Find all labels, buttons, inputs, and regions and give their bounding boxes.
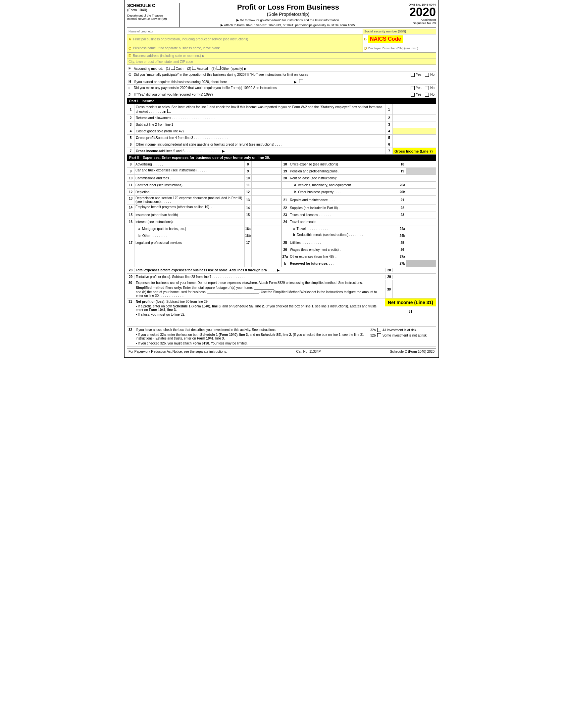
h-text: If you started or acquired this business… xyxy=(134,79,435,84)
h-checkbox[interactable] xyxy=(299,79,303,83)
amount-26[interactable] xyxy=(406,246,436,253)
a-text: Principal business or profession, includ… xyxy=(133,37,248,41)
amount-20b[interactable] xyxy=(406,189,436,195)
boxnum-24a: 24a xyxy=(399,225,406,232)
amount-9[interactable] xyxy=(252,168,282,174)
num-25: 25 xyxy=(282,239,289,246)
boxnum-27a: 27a xyxy=(399,253,406,260)
boxnum-15: 15 xyxy=(244,211,252,218)
cash-checkbox[interactable] xyxy=(171,66,175,70)
amount-8[interactable] xyxy=(252,161,282,167)
num-20a-letter xyxy=(282,182,289,188)
line-30-text: Expenses for business use of your home. … xyxy=(136,281,384,297)
num-17: 17 xyxy=(127,239,134,246)
amount-22[interactable] xyxy=(406,205,436,211)
i-label: I xyxy=(128,86,134,90)
line-2-num: 2 xyxy=(127,115,134,121)
amount-24a[interactable] xyxy=(406,225,436,232)
num-24hdr: 24 xyxy=(282,218,289,225)
line-32-block: 32 If you have a loss, check the box tha… xyxy=(127,327,436,347)
accrual-checkbox[interactable] xyxy=(192,66,196,70)
exp-left-blank xyxy=(127,246,282,253)
i-yes-label: Yes xyxy=(416,86,421,90)
line-7-amount[interactable]: Gross Income (Line 7) xyxy=(393,148,436,154)
exp-row-15-23: 15 Insurance (other than health) 15 23 T… xyxy=(127,211,436,218)
exp-right-20hdr: 20 Rent or lease (see instructions): xyxy=(282,175,436,181)
g-yes-checkbox[interactable] xyxy=(411,73,415,77)
irs-line: Internal Revenue Service (99) xyxy=(127,17,177,21)
j-no-checkbox[interactable] xyxy=(425,93,429,97)
text-32b: Some investment is not at risk. xyxy=(383,334,428,337)
amount-20a[interactable] xyxy=(406,182,436,188)
amount-18[interactable] xyxy=(406,161,436,167)
boxnum-13: 13 xyxy=(244,196,252,204)
line-3-num: 3 xyxy=(127,121,134,128)
other-checkbox[interactable] xyxy=(216,66,220,70)
amount-15[interactable] xyxy=(252,211,282,218)
exp-right-20b: b Other business property . . . . 20b xyxy=(282,189,436,195)
amount-17[interactable] xyxy=(252,239,282,246)
amount-13[interactable] xyxy=(252,196,282,204)
line-31-right: Net Income (Line 31) 31 xyxy=(385,298,436,326)
line-30-amount[interactable] xyxy=(393,280,436,298)
line-6-amount[interactable] xyxy=(393,141,436,148)
g-yes-no: Yes No xyxy=(411,73,435,77)
boxnum-9: 9 xyxy=(244,168,252,174)
line-1-row: 1 Gross receipts or sales. See instructi… xyxy=(127,104,436,115)
part1-label: Part I xyxy=(129,99,138,103)
line-4-amount[interactable] xyxy=(393,128,436,134)
g-label: G xyxy=(128,73,134,77)
line-6-row: 6 Other income, including federal and st… xyxy=(127,141,436,148)
line-28-numright: 28 xyxy=(386,268,393,272)
exp-right-26: 26 Wages (less employment credits) . 26 xyxy=(282,246,436,253)
line-3-amount[interactable] xyxy=(393,121,436,128)
exp-left-9: 9 Car and truck expenses (see instructio… xyxy=(127,168,282,174)
g-no-checkbox[interactable] xyxy=(425,73,429,77)
j-yes-checkbox[interactable] xyxy=(411,93,415,97)
line-1-amount[interactable] xyxy=(393,104,436,114)
num-blank3 xyxy=(127,260,134,267)
amount-10[interactable] xyxy=(252,175,282,181)
amount-23[interactable] xyxy=(406,211,436,218)
desc-16hdr: Interest (see instructions): xyxy=(134,218,244,225)
exp-left-16b: b Other . . . . . . . . . 16b xyxy=(127,232,282,239)
amount-27a[interactable] xyxy=(406,253,436,260)
line-2-amount[interactable] xyxy=(393,115,436,121)
amount-11[interactable] xyxy=(252,182,282,188)
num-8: 8 xyxy=(127,161,134,167)
i-no-checkbox[interactable] xyxy=(425,86,429,90)
amount-24b[interactable] xyxy=(406,232,436,239)
line1-checkbox[interactable] xyxy=(167,109,171,113)
boxnum-23: 23 xyxy=(399,211,406,218)
line-29-row: 29 Tentative profit or (loss). Subtract … xyxy=(127,274,436,280)
desc-20b: b Other business property . . . . xyxy=(289,189,399,195)
line-7-num: 7 xyxy=(127,148,134,154)
amount-16a[interactable] xyxy=(252,225,282,232)
exp-row-blank-27a: 27a Other expenses (from line 48) . . 27… xyxy=(127,253,436,260)
amount-14[interactable] xyxy=(252,205,282,211)
checkbox-32b[interactable] xyxy=(377,333,381,337)
desc-25: Utilities . . . . . . . . . . . xyxy=(289,239,399,246)
exp-left-13: 13 Depreciation and section 179 expense … xyxy=(127,196,282,204)
amount-16b[interactable] xyxy=(252,232,282,239)
exp-row-14-22: 14 Employee benefit programs (other than… xyxy=(127,205,436,211)
exp-right-19: 19 Pension and profit-sharing plans . 19 xyxy=(282,168,436,174)
amount-21[interactable] xyxy=(406,196,436,204)
checkbox-32a[interactable] xyxy=(377,328,381,332)
desc-24a: a Travel . . . . . . . . . . . . xyxy=(289,225,399,232)
line-5-numright: 5 xyxy=(386,135,393,141)
line-32-num: 32 xyxy=(128,328,136,332)
desc-19: Pension and profit-sharing plans . xyxy=(289,168,399,174)
line-5-amount[interactable] xyxy=(393,135,436,141)
i-yes-checkbox[interactable] xyxy=(411,86,415,90)
header-center: Profit or Loss From Business (Sole Propr… xyxy=(180,3,396,27)
line-32-content: If you have a loss, check the box that d… xyxy=(136,328,368,345)
line-28-amount[interactable] xyxy=(393,270,436,271)
line-31-amount[interactable] xyxy=(389,316,432,326)
amount-12[interactable] xyxy=(252,189,282,195)
exp-row-11-20a: 11 Contract labor (see instructions) 11 … xyxy=(127,182,436,189)
line-29-amount[interactable] xyxy=(393,276,436,278)
j-label: J xyxy=(128,93,134,97)
amount-25[interactable] xyxy=(406,239,436,246)
boxnum-blank3 xyxy=(244,260,252,267)
